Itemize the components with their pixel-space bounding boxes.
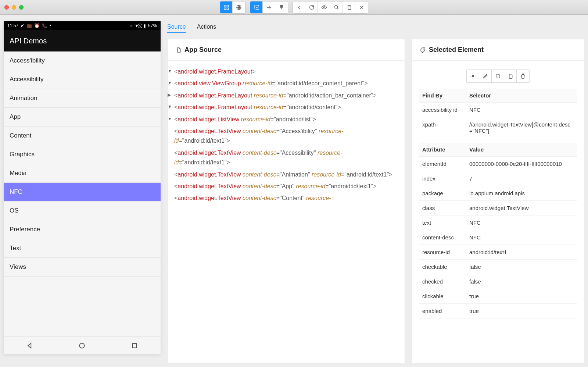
tab-actions[interactable]: Actions <box>197 21 216 33</box>
tree-node[interactable]: ▶ <android.widget.FrameLayout resource-i… <box>174 90 398 101</box>
attr-key: content-desc <box>419 230 466 245</box>
app-title: API Demos <box>10 37 47 45</box>
findby-header-key: Find By <box>419 89 466 103</box>
device-menu-item[interactable]: Views <box>4 258 161 277</box>
quit-session-button[interactable] <box>355 1 368 13</box>
tree-node[interactable]: <android.widget.TextView content-desc="A… <box>174 125 398 147</box>
attr-value[interactable]: android.widget.TextView <box>466 201 577 215</box>
swipe-button[interactable] <box>263 1 275 13</box>
attr-key: text <box>419 215 466 230</box>
device-menu-item[interactable]: OS <box>4 202 161 220</box>
attr-value[interactable]: android:id/text1 <box>466 245 577 260</box>
refresh-button[interactable] <box>305 1 318 13</box>
attr-value[interactable]: true <box>466 304 577 318</box>
back-button[interactable] <box>293 1 305 13</box>
svg-point-13 <box>424 49 424 49</box>
tree-node[interactable]: ▼ <android.widget.ListView resource-id="… <box>174 114 398 125</box>
briefcase-icon: 💼 <box>26 23 32 28</box>
table-row: checkablefalse <box>419 260 577 274</box>
device-screenshot-panel: 11:57 ✔ 💼 ⏰ 📞 • ᚼ ▼ ⃠ ▮ 57% API Demos <box>4 18 161 363</box>
caret-down-icon[interactable]: ▼ <box>168 79 172 84</box>
inspector-panel: Source Actions App Source ▼ <android.wid… <box>167 18 584 363</box>
nav-home-icon[interactable] <box>78 342 86 349</box>
search-button[interactable] <box>330 1 343 13</box>
svg-rect-0 <box>224 5 226 7</box>
app-header: API Demos <box>4 30 161 51</box>
attr-key: checkable <box>419 260 466 274</box>
get-timing-button[interactable] <box>517 70 529 82</box>
app-source-title: App Source <box>184 46 222 54</box>
table-row: xpath//android.widget.TextView[@content-… <box>419 117 577 138</box>
tree-node[interactable]: ▼ <android.widget.FrameLayout resource-i… <box>174 101 398 113</box>
clear-element-button[interactable] <box>492 70 504 82</box>
check-icon: ✔ <box>21 23 24 28</box>
device-menu-item[interactable]: App <box>4 108 161 127</box>
device-menu-item[interactable]: Access'ibility <box>4 51 161 70</box>
more-icon: • <box>50 23 51 28</box>
device-menu-item[interactable]: Content <box>4 127 161 145</box>
web-view-button[interactable] <box>233 1 245 13</box>
tab-source[interactable]: Source <box>167 21 186 33</box>
table-row: index7 <box>419 171 577 186</box>
document-icon <box>176 47 182 53</box>
attr-key: elementId <box>419 157 466 171</box>
attr-header-key: Attribute <box>419 143 466 157</box>
attr-key: checked <box>419 274 466 289</box>
xml-tree[interactable]: ▼ <android.widget.FrameLayout> ▼ <androi… <box>168 61 405 363</box>
phone-icon: 📞 <box>42 23 47 28</box>
copy-xml-button[interactable] <box>343 1 355 13</box>
nav-back-icon[interactable] <box>26 342 33 349</box>
device-screen[interactable]: 11:57 ✔ 💼 ⏰ 📞 • ᚼ ▼ ⃠ ▮ 57% API Demos <box>4 21 161 354</box>
selected-element-body: Find By Selector accessibility idNFCxpat… <box>412 61 584 363</box>
attr-value[interactable]: io.appium.android.apis <box>466 186 577 201</box>
select-element-button[interactable] <box>250 1 263 13</box>
device-menu-item[interactable]: Animation <box>4 89 161 108</box>
tap-element-button[interactable] <box>467 70 479 82</box>
device-menu-item[interactable]: Media <box>4 164 161 183</box>
tree-node[interactable]: <android.widget.TextView content-desc="A… <box>174 147 398 169</box>
attr-value[interactable]: 7 <box>466 171 577 186</box>
record-button[interactable] <box>318 1 330 13</box>
caret-down-icon[interactable]: ▼ <box>168 103 172 108</box>
attr-key: package <box>419 186 466 201</box>
svg-rect-2 <box>224 8 226 10</box>
attr-key: enabled <box>419 304 466 318</box>
device-menu-item[interactable]: Preference <box>4 220 161 239</box>
copy-element-button[interactable] <box>504 70 517 82</box>
table-row: enabledtrue <box>419 304 577 318</box>
tree-node[interactable]: <android.widget.TextView content-desc="A… <box>174 181 398 192</box>
tree-node[interactable]: ▼ <android.widget.FrameLayout> <box>174 66 398 78</box>
tag-icon <box>420 47 426 53</box>
main-area: 11:57 ✔ 💼 ⏰ 📞 • ᚼ ▼ ⃠ ▮ 57% API Demos <box>0 15 588 367</box>
attr-value[interactable]: true <box>466 289 577 304</box>
device-menu-item[interactable]: Graphics <box>4 145 161 164</box>
tree-node[interactable]: <android.widget.TextView content-desc="C… <box>174 192 398 204</box>
device-menu-item[interactable]: Text <box>4 239 161 258</box>
attr-value[interactable]: NFC <box>466 215 577 230</box>
findby-key: xpath <box>419 117 466 138</box>
inspector-tabs: Source Actions <box>167 18 584 33</box>
attr-value[interactable]: false <box>466 260 577 274</box>
caret-right-icon[interactable]: ▶ <box>168 92 172 96</box>
tree-node[interactable]: <android.widget.TextView content-desc="A… <box>174 169 398 181</box>
nav-recent-icon[interactable] <box>131 342 138 349</box>
svg-rect-7 <box>282 6 283 7</box>
attr-value[interactable]: NFC <box>466 230 577 245</box>
findby-value[interactable]: //android.widget.TextView[@content-desc=… <box>466 117 577 138</box>
tree-node[interactable]: ▼ <android.view.ViewGroup resource-id="a… <box>174 78 398 89</box>
device-menu-item[interactable]: NFC <box>4 183 161 202</box>
app-source-card: App Source ▼ <android.widget.FrameLayout… <box>167 39 405 363</box>
device-menu-item[interactable]: Accessibility <box>4 70 161 89</box>
battery-icon: ▮ <box>143 23 146 28</box>
caret-down-icon[interactable]: ▼ <box>168 68 172 72</box>
caret-down-icon[interactable]: ▼ <box>168 115 172 120</box>
attr-value[interactable]: 00000000-0000-0e20-ffff-ffff00000010 <box>466 157 577 171</box>
tap-coordinates-button[interactable] <box>275 1 288 13</box>
svg-point-8 <box>323 7 325 8</box>
send-keys-button[interactable] <box>479 70 492 82</box>
selected-element-title: Selected Element <box>429 46 484 54</box>
native-view-button[interactable] <box>220 1 233 13</box>
attr-value[interactable]: false <box>466 274 577 289</box>
attributes-table: Attribute Value elementId00000000-0000-0… <box>419 143 577 318</box>
findby-value[interactable]: NFC <box>466 103 577 117</box>
